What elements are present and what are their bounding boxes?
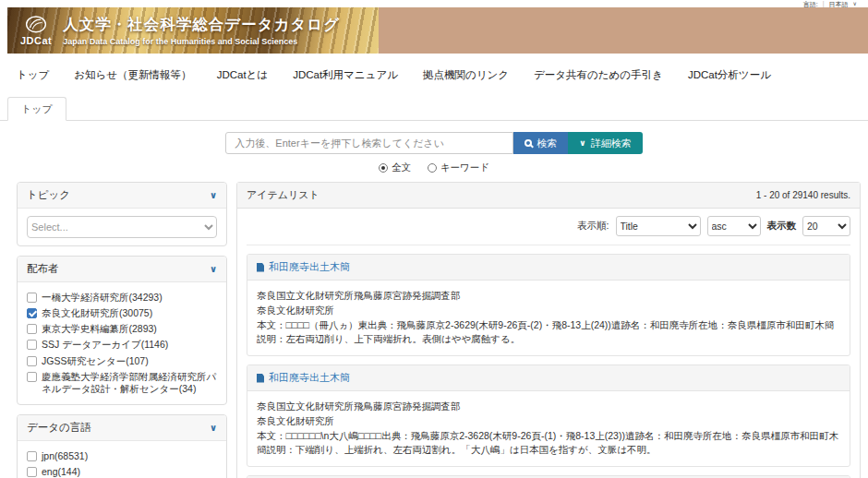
data-language-panel-header[interactable]: データの言語 ∨ <box>18 415 226 441</box>
search-button-label: 検索 <box>536 137 557 150</box>
advanced-search-label: 詳細検索 <box>591 137 632 150</box>
site-subtitle: Japan Data Catalog for the Humanities an… <box>63 37 340 46</box>
main-nav: トップ お知らせ（更新情報等） JDCatとは JDCat利用マニュアル 拠点機… <box>17 68 868 82</box>
search-button[interactable]: 検索 <box>513 132 568 154</box>
document-icon <box>257 263 264 272</box>
result-item-body: 奈良国立文化財研究所飛鳥藤原宮跡発掘調査部 奈良文化財研究所 本文：□□□□（冊… <box>247 281 850 355</box>
distributor-option[interactable]: 東京大学史料編纂所(2893) <box>27 321 217 337</box>
nav-item-manual[interactable]: JDCat利用マニュアル <box>293 68 398 82</box>
distributor-option[interactable]: JGSS研究センター(107) <box>27 353 217 369</box>
language-label: 言語: <box>803 0 818 7</box>
item-list-header: アイテムリスト 1 - 20 of 29140 results. <box>237 183 860 209</box>
topic-panel: トピック ∨ Select... <box>17 182 227 246</box>
distributor-panel-body: 一橋大学経済研究所(34293) 奈良文化財研究所(30075) 東京大学史料編… <box>18 282 226 404</box>
per-page-select[interactable]: 20 <box>802 216 850 236</box>
result-text: 本文：□□□□□□\n大八嶋□□□□出典：飛鳥藤原京2-3628(木研9-26頁… <box>257 429 840 459</box>
topic-select[interactable]: Select... <box>27 216 217 238</box>
site-title: 人文学・社会科学総合データカタログ <box>63 15 340 35</box>
radio-fulltext-label: 全文 <box>392 161 411 174</box>
result-org-line: 奈良文化財研究所 <box>257 304 840 318</box>
language-option[interactable]: jpn(68531) <box>27 448 217 464</box>
data-language-panel-body: jpn(68531) eng(144) <box>18 441 226 478</box>
tab-bar: トップ <box>0 96 868 121</box>
checkbox-label: jpn(68531) <box>42 450 88 462</box>
data-language-panel-title: データの言語 <box>27 421 91 435</box>
topic-panel-body: Select... <box>18 209 226 245</box>
search-input[interactable] <box>225 132 513 154</box>
nav-item-top[interactable]: トップ <box>17 68 49 82</box>
chevron-down-icon: ∨ <box>579 138 585 148</box>
chevron-down-icon: ∨ <box>853 0 857 6</box>
topic-panel-header[interactable]: トピック ∨ <box>18 183 226 209</box>
jdcat-logo-text: JDCat <box>20 35 52 46</box>
checkbox[interactable] <box>27 372 37 382</box>
distributor-option[interactable]: 一橋大学経済研究所(34293) <box>27 290 217 305</box>
search-mode-options: 全文 キーワード <box>0 161 868 174</box>
distributor-panel-title: 配布者 <box>27 262 59 276</box>
checkbox-label: SSJ データアーカイブ(1146) <box>42 339 168 351</box>
checkbox-label: eng(144) <box>42 466 80 478</box>
content-area: トピック ∨ Select... 配布者 ∨ 一橋大学経済研究所(34293) <box>17 182 861 478</box>
checkbox[interactable] <box>27 293 37 303</box>
nav-item-about[interactable]: JDCatとは <box>217 68 269 82</box>
nav-item-tools[interactable]: JDCat分析ツール <box>688 68 771 82</box>
checkbox[interactable] <box>27 356 37 366</box>
result-item-title[interactable]: 和田廃寺出土木簡 <box>269 260 350 274</box>
result-org-line: 奈良国立文化財研究所飛鳥藤原宮跡発掘調査部 <box>257 289 840 304</box>
checkbox[interactable] <box>27 340 37 350</box>
result-item-body: 奈良国立文化財研究所飛鳥藤原宮跡発掘調査部 奈良文化財研究所 本文：□□□□□□… <box>247 391 850 466</box>
results-count: 1 - 20 of 29140 results. <box>756 190 850 200</box>
radio-keyword[interactable]: キーワード <box>428 161 489 174</box>
language-option[interactable]: eng(144) <box>27 464 217 478</box>
filter-sidebar: トピック ∨ Select... 配布者 ∨ 一橋大学経済研究所(34293) <box>17 182 227 478</box>
checkbox-label: 東京大学史料編纂所(2893) <box>42 323 157 335</box>
result-item: 和田廃寺出土木簡 奈良国立文化財研究所飛鳥藤原宮跡発掘調査部 奈良文化財研究所 … <box>247 254 850 356</box>
topic-panel-title: トピック <box>27 188 70 202</box>
result-org-line: 奈良文化財研究所 <box>257 414 840 429</box>
checkbox[interactable] <box>27 467 37 477</box>
language-selector[interactable]: 日本語 <box>829 0 849 7</box>
site-banner: JDCat 人文学・社会科学総合データカタログ Japan Data Catal… <box>7 7 868 54</box>
distributor-option[interactable]: 慶應義塾大学経済学部附属経済研究所パネルデータ設計・解析センター(34) <box>27 369 217 397</box>
result-item-title[interactable]: 和田廃寺出土木簡 <box>269 371 350 385</box>
divider: | <box>823 0 825 6</box>
document-icon <box>257 374 264 383</box>
top-utility-bar: 言語: | 日本語 ∨ <box>0 0 868 7</box>
distributor-option[interactable]: 奈良文化財研究所(30075) <box>27 305 217 321</box>
nav-item-guide[interactable]: データ共有のための手引き <box>534 68 663 82</box>
jdcat-logo: JDCat <box>20 15 52 46</box>
sort-label: 表示順: <box>577 220 609 233</box>
item-list-panel: アイテムリスト 1 - 20 of 29140 results. 表示順: Ti… <box>236 182 861 478</box>
sort-order-select[interactable]: asc <box>707 216 761 236</box>
checkbox[interactable] <box>27 308 37 318</box>
checkbox[interactable] <box>27 451 37 461</box>
result-item: 和田廃寺出土木簡 奈良国立文化財研究所飛鳥藤原宮跡発掘調査部 奈良文化財研究所 … <box>247 364 850 467</box>
distributor-option[interactable]: SSJ データアーカイブ(1146) <box>27 337 217 353</box>
jdcat-logo-icon <box>24 15 48 35</box>
radio-fulltext[interactable]: 全文 <box>379 161 411 174</box>
banner-titles: 人文学・社会科学総合データカタログ Japan Data Catalog for… <box>63 15 340 46</box>
radio-fulltext-control[interactable] <box>379 163 388 173</box>
result-text: 本文：□□□□（冊八ヵ）東出典：飛鳥藤原京2-3629(木研9-26頁-(2)・… <box>257 318 840 348</box>
sort-field-select[interactable]: Title <box>616 216 701 236</box>
banner-artwork[interactable]: JDCat 人文学・社会科学総合データカタログ Japan Data Catal… <box>7 7 379 54</box>
chevron-down-icon: ∨ <box>210 264 217 274</box>
advanced-search-button[interactable]: ∨ 詳細検索 <box>568 132 642 154</box>
per-page-label: 表示数 <box>767 220 797 233</box>
nav-item-links[interactable]: 拠点機関のリンク <box>423 68 509 82</box>
chevron-down-icon: ∨ <box>210 423 217 433</box>
distributor-panel: 配布者 ∨ 一橋大学経済研究所(34293) 奈良文化財研究所(30075) 東… <box>17 256 227 405</box>
radio-keyword-control[interactable] <box>428 163 437 173</box>
checkbox-label: JGSS研究センター(107) <box>42 355 149 367</box>
distributor-panel-header[interactable]: 配布者 ∨ <box>18 257 226 282</box>
radio-keyword-label: キーワード <box>440 161 489 174</box>
item-list-body: 表示順: Title asc 表示数 20 和田廃寺出土木簡 <box>237 209 860 478</box>
result-item-header: 和田廃寺出土木簡 <box>247 365 850 391</box>
checkbox[interactable] <box>27 324 37 334</box>
results-area: アイテムリスト 1 - 20 of 29140 results. 表示順: Ti… <box>236 182 861 478</box>
tab-top[interactable]: トップ <box>7 97 66 121</box>
checkbox-label: 一橋大学経済研究所(34293) <box>42 292 163 304</box>
chevron-down-icon: ∨ <box>210 190 217 200</box>
search-area: 検索 ∨ 詳細検索 <box>0 132 868 154</box>
nav-item-news[interactable]: お知らせ（更新情報等） <box>74 68 191 82</box>
